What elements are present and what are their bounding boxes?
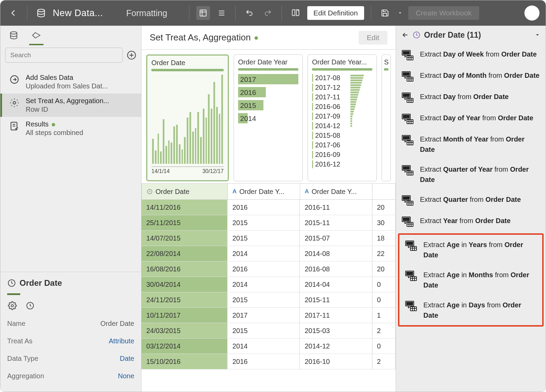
column-card-year[interactable]: Order Date Year 2017201620152014 bbox=[234, 54, 303, 181]
table-cell: 14/11/2016 bbox=[141, 200, 227, 215]
table-cell: 2016-10 bbox=[300, 354, 372, 369]
table-cell: 24/03/2015 bbox=[141, 323, 227, 339]
right-title: Order Date (11) bbox=[424, 30, 481, 40]
suggestion-item[interactable]: Extract Quarter of Year from Order Date bbox=[396, 159, 546, 189]
svg-rect-68 bbox=[407, 242, 413, 245]
step-item[interactable]: Results All steps combined bbox=[0, 117, 141, 140]
list-view-icon[interactable] bbox=[215, 6, 228, 20]
suggestion-text: Extract Age in Months from Order Date bbox=[423, 270, 537, 290]
card-title: S... bbox=[384, 58, 388, 66]
column-header-label: Order Date bbox=[156, 188, 189, 196]
column-header[interactable] bbox=[372, 183, 396, 200]
avatar[interactable] bbox=[524, 5, 539, 21]
suggestion-text: Extract Day of Week from Order Date bbox=[420, 49, 537, 59]
suggestion-text: Extract Age in Years from Order Date bbox=[423, 240, 537, 260]
step-title: Results bbox=[26, 120, 134, 128]
create-workbook-button: Create Workbook bbox=[408, 6, 479, 20]
formatting-label[interactable]: Formatting bbox=[126, 8, 167, 18]
table-cell: 2015 bbox=[227, 292, 300, 308]
svg-rect-74 bbox=[407, 272, 413, 275]
svg-rect-62 bbox=[403, 218, 409, 221]
column-card-order-date[interactable]: Order Date 14/1/1430/12/17 bbox=[146, 54, 229, 181]
suggestion-item[interactable]: Extract Age in Days from Order Date bbox=[399, 295, 542, 325]
column-card-yearmonth[interactable]: Order Date Year... 2017-082017-122017-11… bbox=[308, 54, 377, 181]
gear-icon[interactable] bbox=[8, 301, 17, 310]
table-row[interactable]: 15/10/201620162016-102 bbox=[141, 354, 396, 369]
grid-view-icon[interactable] bbox=[196, 6, 210, 20]
property-row[interactable]: NameOrder Date bbox=[7, 315, 134, 332]
table-row[interactable]: 03/12/201420142014-120 bbox=[141, 339, 396, 354]
back-icon[interactable] bbox=[401, 31, 409, 39]
table-row[interactable]: 24/11/201520152015-110 bbox=[141, 292, 396, 308]
step-subtitle: All steps combined bbox=[26, 129, 134, 137]
property-row[interactable]: Treat AsAttribute bbox=[7, 332, 134, 350]
suggestion-item[interactable]: Extract Quarter from Order Date bbox=[396, 189, 546, 211]
step-title: Add Sales Data bbox=[26, 74, 134, 82]
table-row[interactable]: 14/11/201620162016-1120 bbox=[141, 200, 396, 215]
extract-icon bbox=[405, 270, 419, 281]
edit-button[interactable]: Edit bbox=[359, 31, 387, 45]
suggestion-item[interactable]: Extract Day from Order Date bbox=[396, 87, 546, 108]
suggestion-item[interactable]: Extract Age in Years from Order Date bbox=[399, 235, 542, 265]
property-value: Order Date bbox=[100, 320, 134, 328]
table-row[interactable]: 10/11/201720172017-111 bbox=[141, 308, 396, 323]
table-row[interactable]: 30/04/201420142014-040 bbox=[141, 277, 396, 292]
book-icon[interactable] bbox=[289, 6, 302, 20]
table-row[interactable]: 24/03/201520152015-032 bbox=[141, 323, 396, 339]
save-icon[interactable] bbox=[378, 6, 392, 20]
card-title: Order Date Year bbox=[238, 58, 298, 66]
tab-join-icon[interactable] bbox=[30, 29, 42, 41]
property-row[interactable]: AggregationNone bbox=[7, 367, 134, 385]
suggestion-item[interactable]: Extract Day of Month from Order Date bbox=[396, 65, 546, 87]
property-key: Aggregation bbox=[7, 372, 44, 380]
table-cell: 20 bbox=[372, 261, 396, 277]
clock-icon bbox=[7, 279, 16, 287]
edit-definition-button[interactable]: Edit Definition bbox=[307, 6, 364, 20]
histogram bbox=[151, 75, 224, 164]
suggestion-item[interactable]: Extract Day of Week from Order Date bbox=[396, 44, 546, 65]
suggestion-text: Extract Day of Year from Order Date bbox=[420, 113, 533, 123]
redo-icon[interactable] bbox=[261, 6, 275, 20]
table-row[interactable]: 16/08/201620162016-0820 bbox=[141, 261, 396, 277]
table-cell: 14/07/2015 bbox=[141, 231, 227, 246]
table-cell: 2 bbox=[372, 354, 396, 369]
table-cell: 2016 bbox=[227, 200, 300, 215]
save-menu-chevron-icon[interactable] bbox=[397, 6, 404, 20]
chevron-down-icon[interactable] bbox=[535, 32, 540, 38]
suggestion-item[interactable]: Extract Age in Months from Order Date bbox=[399, 265, 542, 295]
table-row[interactable]: 25/11/201520152015-1130 bbox=[141, 215, 396, 231]
table-row[interactable]: 22/08/201420142014-0822 bbox=[141, 246, 396, 261]
extract-icon bbox=[401, 70, 415, 82]
table-cell: 15/10/2016 bbox=[141, 354, 227, 369]
table-cell: 0 bbox=[372, 277, 396, 292]
step-item[interactable]: Set Treat As, Aggregation... Row ID bbox=[0, 94, 141, 117]
table-cell: 2015 bbox=[227, 323, 300, 339]
dataset-icon bbox=[34, 6, 48, 20]
property-row[interactable]: Data TypeDate bbox=[7, 350, 134, 367]
step-item[interactable]: Add Sales Data Uploaded from Sales Dat..… bbox=[0, 70, 141, 94]
suggestion-item[interactable]: Extract Year from Order Date bbox=[396, 211, 546, 232]
table-cell: 0 bbox=[372, 339, 396, 354]
property-title: Order Date bbox=[20, 278, 62, 288]
column-card-partial[interactable]: S... bbox=[382, 54, 391, 181]
extract-icon bbox=[405, 300, 419, 311]
column-header[interactable]: AOrder Date Y... bbox=[300, 183, 372, 200]
table-cell: 2014 bbox=[227, 277, 300, 292]
step-title: Set Treat As, Aggregation... bbox=[26, 97, 134, 105]
table-cell: 03/12/2014 bbox=[141, 339, 227, 354]
table-cell: 2016 bbox=[227, 354, 300, 369]
property-value: Date bbox=[120, 355, 134, 363]
add-step-icon[interactable] bbox=[127, 50, 136, 60]
back-button[interactable] bbox=[7, 6, 20, 20]
suggestion-item[interactable]: Extract Day of Year from Order Date bbox=[396, 108, 546, 129]
undo-icon[interactable] bbox=[243, 6, 256, 20]
clock-icon[interactable] bbox=[26, 301, 35, 310]
tab-data-icon[interactable] bbox=[8, 29, 20, 41]
table-row[interactable]: 14/07/201520152015-0718 bbox=[141, 231, 396, 246]
suggestion-item[interactable]: Extract Month of Year from Order Date bbox=[396, 129, 546, 159]
column-header[interactable]: AOrder Date Y... bbox=[228, 183, 300, 200]
search-input[interactable] bbox=[5, 48, 123, 63]
extract-icon bbox=[401, 113, 415, 124]
column-header[interactable]: Order Date bbox=[141, 183, 228, 200]
extract-icon bbox=[401, 194, 415, 206]
